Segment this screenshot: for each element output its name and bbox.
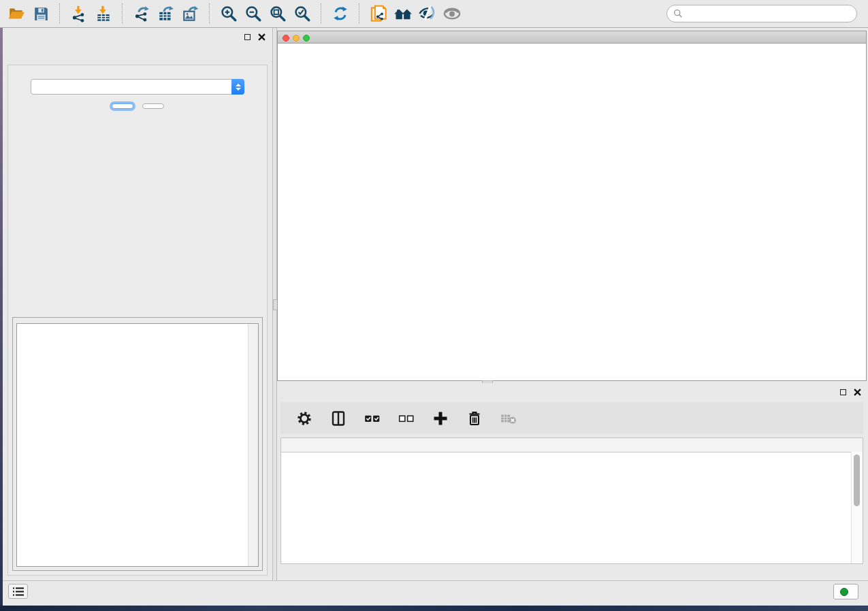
- vertical-splitter[interactable]: [272, 28, 277, 587]
- open-file-icon[interactable]: [6, 3, 27, 24]
- toolbar-separator: [59, 3, 61, 24]
- mcds-list-scrollbar[interactable]: [248, 324, 258, 566]
- import-table-icon[interactable]: [93, 3, 114, 24]
- export-table-icon[interactable]: [156, 3, 176, 24]
- zoom-selected-icon[interactable]: [292, 3, 312, 24]
- toolbar-separator: [359, 3, 360, 24]
- close-panel-button[interactable]: [142, 103, 164, 109]
- search-icon: [673, 9, 683, 18]
- close-panel-icon[interactable]: [854, 389, 861, 396]
- settings-gear-icon[interactable]: [294, 408, 315, 429]
- toolbar-separator: [122, 3, 123, 24]
- network-window-titlebar[interactable]: [278, 31, 866, 44]
- list-icon: [13, 587, 24, 596]
- control-panel: [3, 28, 272, 587]
- optimization-criterion-select[interactable]: [31, 79, 244, 95]
- delete-column-icon[interactable]: [464, 408, 485, 429]
- scrollbar-thumb[interactable]: [854, 455, 860, 506]
- select-all-columns-icon[interactable]: [362, 408, 383, 429]
- close-window-icon[interactable]: [283, 35, 289, 42]
- table-scrollbar[interactable]: [851, 452, 863, 563]
- delete-table-icon: [498, 408, 519, 429]
- show-details-icon[interactable]: [442, 3, 462, 24]
- zoom-out-icon[interactable]: [243, 3, 263, 24]
- status-bar: [3, 580, 868, 600]
- memory-button[interactable]: [833, 584, 858, 599]
- memory-status-icon: [840, 588, 848, 596]
- toolbar-separator: [321, 3, 322, 24]
- export-image-icon[interactable]: [180, 3, 201, 24]
- run-mcds-button[interactable]: [112, 103, 133, 109]
- hide-details-icon[interactable]: [417, 3, 438, 24]
- table-header-row: [281, 438, 863, 452]
- float-panel-icon[interactable]: [840, 389, 846, 395]
- zoom-window-icon[interactable]: [303, 35, 310, 42]
- toolbar-separator: [209, 3, 210, 24]
- select-stepper-icon: [231, 79, 244, 95]
- refresh-view-icon[interactable]: [330, 3, 351, 24]
- open-in-ndex-icon[interactable]: [368, 3, 389, 24]
- show-panels-button[interactable]: [8, 584, 28, 599]
- main-toolbar: [0, 0, 868, 28]
- table-toolbar: [280, 402, 863, 434]
- zoom-fit-icon[interactable]: [268, 3, 288, 24]
- minimize-window-icon[interactable]: [293, 35, 300, 42]
- control-panel-titlebar: [3, 28, 272, 46]
- table-panel-titlebar: [277, 383, 868, 401]
- search-input[interactable]: [687, 8, 850, 20]
- zoom-in-icon[interactable]: [219, 3, 239, 24]
- home-networks-icon[interactable]: [393, 3, 413, 24]
- table-panel: [277, 383, 868, 584]
- close-panel-icon[interactable]: [258, 33, 266, 41]
- export-network-icon[interactable]: [131, 3, 152, 24]
- save-session-icon[interactable]: [31, 3, 51, 24]
- search-box: [666, 5, 857, 22]
- add-column-icon[interactable]: [430, 408, 451, 429]
- unselect-all-columns-icon[interactable]: [396, 408, 417, 429]
- mcds-result-list[interactable]: [16, 323, 259, 567]
- network-view-window: [277, 31, 867, 381]
- mcds-result-group: [12, 317, 263, 571]
- mcds-panel: [7, 65, 268, 576]
- float-panel-icon[interactable]: [244, 34, 251, 40]
- application-window: [0, 0, 868, 606]
- node-table: [280, 437, 863, 564]
- import-network-icon[interactable]: [69, 3, 89, 24]
- network-graph[interactable]: [278, 43, 866, 380]
- columns-icon[interactable]: [328, 408, 349, 429]
